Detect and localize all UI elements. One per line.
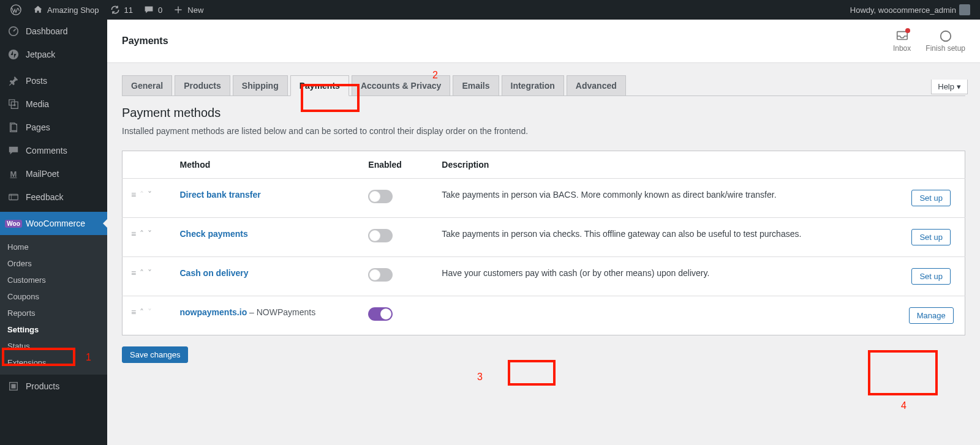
method-link[interactable]: nowpayments.io: [180, 307, 247, 317]
sidebar-item-dashboard[interactable]: Dashboard: [0, 20, 107, 43]
wordpress-icon: [10, 4, 22, 16]
woo-submenu: Home Orders Customers Coupons Reports Se…: [0, 235, 107, 375]
sidebar-subitem-status[interactable]: Status: [0, 338, 107, 354]
sidebar-item-label: Jetpack: [26, 50, 55, 59]
move-up-icon[interactable]: ˄: [140, 307, 144, 317]
col-method: Method: [172, 151, 360, 179]
col-enabled: Enabled: [360, 151, 433, 179]
woo-icon: Woo: [7, 217, 20, 230]
sidebar-item-pages[interactable]: Pages: [0, 116, 107, 139]
svg-rect-6: [11, 384, 15, 388]
move-down-icon[interactable]: ˅: [148, 229, 152, 239]
drag-handle-icon[interactable]: ≡: [131, 268, 136, 278]
settings-tabs: General Products Shipping Payments Accou…: [122, 75, 965, 96]
col-description: Description: [433, 151, 897, 179]
howdy-label: Howdy, woocommerce_admin: [850, 6, 956, 15]
svg-point-8: [940, 31, 951, 42]
drag-handle-icon[interactable]: ≡: [131, 229, 136, 239]
admin-sidebar: Dashboard Jetpack Posts Media Pages Comm…: [0, 20, 107, 445]
drag-handle-icon[interactable]: ≡: [131, 307, 136, 317]
table-row: ≡ ˄ ˅ Check payments Take payments in pe…: [123, 218, 965, 257]
method-link[interactable]: Cash on delivery: [180, 268, 249, 278]
setup-button[interactable]: Set up: [911, 268, 951, 285]
sidebar-subitem-coupons[interactable]: Coupons: [0, 288, 107, 305]
sidebar-item-label: Feedback: [26, 192, 63, 202]
method-desc: Take payments in person via BACS. More c…: [433, 179, 897, 218]
sidebar-subitem-extensions[interactable]: Extensions: [0, 354, 107, 371]
sidebar-item-woocommerce[interactable]: WooWooCommerce: [0, 212, 107, 235]
move-down-icon[interactable]: ˅: [148, 307, 152, 317]
updates-link[interactable]: 11: [104, 0, 138, 20]
products-icon: [7, 380, 20, 392]
finish-setup-button[interactable]: Finish setup: [925, 29, 965, 53]
sidebar-item-label: Dashboard: [26, 26, 68, 36]
move-up-icon[interactable]: ˄: [140, 229, 144, 239]
manage-button[interactable]: Manage: [909, 307, 954, 324]
move-down-icon[interactable]: ˅: [148, 268, 152, 278]
setup-button[interactable]: Set up: [911, 229, 951, 245]
sidebar-item-label: Posts: [26, 76, 47, 86]
move-up-icon[interactable]: ˄: [140, 268, 144, 278]
method-suffix: – NOWPayments: [247, 307, 315, 317]
tab-general[interactable]: General: [122, 75, 172, 95]
sidebar-subitem-home[interactable]: Home: [0, 239, 107, 255]
svg-point-2: [9, 50, 18, 59]
page-title: Payments: [122, 36, 168, 47]
howdy-link[interactable]: Howdy, woocommerce_admin: [845, 0, 975, 20]
tab-advanced[interactable]: Advanced: [567, 75, 626, 95]
sidebar-item-mailpoet[interactable]: MMailPoet: [0, 162, 107, 185]
sidebar-item-jetpack[interactable]: Jetpack: [0, 43, 107, 66]
sidebar-item-feedback[interactable]: Feedback: [0, 185, 107, 209]
sidebar-item-media[interactable]: Media: [0, 92, 107, 116]
method-desc: Take payments in person via checks. This…: [433, 218, 897, 257]
sidebar-item-products[interactable]: Products: [0, 375, 107, 398]
method-link[interactable]: Direct bank transfer: [180, 190, 261, 200]
tab-accounts[interactable]: Accounts & Privacy: [352, 75, 451, 95]
sidebar-item-posts[interactable]: Posts: [0, 69, 107, 92]
page-icon: [7, 121, 20, 133]
new-label: New: [187, 6, 203, 15]
enabled-toggle[interactable]: [368, 190, 393, 203]
move-up-icon[interactable]: ˄: [140, 190, 144, 200]
tab-emails[interactable]: Emails: [453, 75, 499, 95]
method-link[interactable]: Check payments: [180, 229, 248, 239]
comment-icon: [143, 4, 155, 16]
topbar-right: Howdy, woocommerce_admin: [845, 0, 975, 20]
enabled-toggle[interactable]: [368, 268, 393, 282]
admin-topbar: Amazing Shop 11 0 New Howdy, woocommerce…: [0, 0, 980, 20]
avatar-icon: [959, 4, 970, 15]
sidebar-subitem-customers[interactable]: Customers: [0, 272, 107, 288]
sidebar-subitem-orders[interactable]: Orders: [0, 255, 107, 272]
sidebar-item-label: Media: [26, 99, 49, 109]
tab-products[interactable]: Products: [175, 75, 230, 95]
annotation-number-4: 4: [901, 400, 907, 411]
sidebar-subitem-settings[interactable]: Settings: [0, 321, 107, 338]
site-name-link[interactable]: Amazing Shop: [27, 0, 104, 20]
inbox-button[interactable]: Inbox: [893, 29, 911, 53]
sidebar-item-comments[interactable]: Comments: [0, 139, 107, 162]
tab-shipping[interactable]: Shipping: [233, 75, 288, 95]
comments-link[interactable]: 0: [138, 0, 167, 20]
site-name-label: Amazing Shop: [47, 6, 99, 15]
setup-button[interactable]: Set up: [911, 190, 951, 206]
wp-logo-link[interactable]: [5, 0, 27, 20]
refresh-icon: [109, 4, 121, 16]
help-tab[interactable]: Help▾: [931, 80, 968, 94]
dashboard-icon: [7, 25, 20, 37]
enabled-toggle[interactable]: [368, 307, 393, 321]
sidebar-item-label: MailPoet: [26, 169, 59, 179]
comments-count: 0: [158, 6, 162, 15]
drag-handle-icon[interactable]: ≡: [131, 190, 136, 200]
updates-count: 11: [124, 6, 133, 15]
tab-integration[interactable]: Integration: [502, 75, 564, 95]
topbar-left: Amazing Shop 11 0 New: [5, 0, 208, 20]
new-link[interactable]: New: [167, 0, 208, 20]
save-changes-button[interactable]: Save changes: [122, 346, 188, 363]
sidebar-subitem-reports[interactable]: Reports: [0, 305, 107, 321]
table-row: ≡ ˄ ˅ Cash on delivery Have your custome…: [123, 257, 965, 296]
enabled-toggle[interactable]: [368, 229, 393, 242]
col-sort: [123, 151, 172, 179]
tab-payments[interactable]: Payments: [290, 75, 349, 96]
jetpack-icon: [7, 48, 20, 61]
move-down-icon[interactable]: ˅: [148, 190, 152, 200]
